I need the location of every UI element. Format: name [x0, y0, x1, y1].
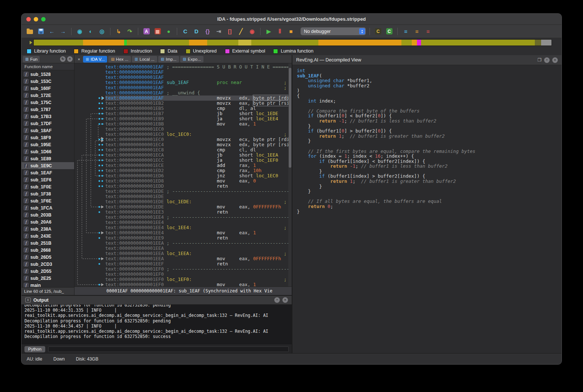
open-hex-view-icon[interactable]: ◐ — [86, 27, 95, 36]
disasm-line[interactable]: text:0000000000001EC0 — [105, 127, 288, 132]
navband-track[interactable] — [33, 39, 552, 46]
disasm-line[interactable]: text:0000000000001EB5 cmp dl, al — [105, 106, 288, 111]
disasm-line[interactable]: text:0000000000001EC8 cmp cl, dl — [105, 147, 288, 153]
open-structures-icon[interactable]: ◎ — [97, 27, 106, 36]
disasm-line[interactable]: text:0000000000001EAF movzx edx, byte pt… — [105, 96, 288, 101]
disasm-line[interactable]: text:0000000000001EE4 — [105, 220, 288, 225]
panel-close-icon[interactable]: × — [67, 56, 73, 62]
function-list-item[interactable]: fsub_2668 — [21, 247, 74, 254]
function-list-item[interactable]: fsub_1FCA — [21, 204, 74, 211]
function-list-item[interactable]: fsub_1D66 — [21, 148, 74, 155]
function-list-item[interactable]: fsub_160F — [21, 85, 74, 92]
function-list-item[interactable]: fsub_195E — [21, 141, 74, 148]
breakpoint-icon[interactable]: ◉ — [248, 27, 256, 36]
disasm-line[interactable]: text:0000000000001EDE — [105, 194, 288, 199]
function-list-item[interactable]: fsub_1E89 — [21, 155, 74, 162]
disasm-line[interactable]: text:0000000000001EE4 loc_1EE4: ; COD — [105, 225, 288, 230]
names-window-icon[interactable]: ≡ — [413, 27, 421, 36]
jump-to-address-icon[interactable]: ↳ — [114, 27, 123, 36]
braces-icon[interactable]: {} — [203, 27, 212, 36]
close-view-icon[interactable]: × — [76, 57, 82, 61]
function-list-item[interactable]: fsub_2D55 — [21, 268, 74, 275]
function-list-item[interactable]: fsub_1F0E — [21, 183, 74, 190]
disasm-line[interactable]: text:0000000000001EEA mov eax, 0FFFFFFFF… — [105, 256, 288, 261]
disasm-line[interactable]: text:0000000000001EF0 — [105, 272, 288, 277]
disasm-line[interactable]: text:0000000000001EF0 mov eax, 1 — [105, 282, 288, 287]
disasm-line[interactable]: text:0000000000001EEA loc_1EEA: ; COD — [105, 251, 288, 256]
functions-window-icon[interactable]: ≡ — [401, 27, 410, 36]
enums-icon[interactable]: ● — [164, 27, 173, 36]
disasm-line[interactable]: text:0000000000001EDE ; ----------------… — [105, 189, 288, 194]
disasm-line[interactable]: text:0000000000001ECA jb short loc_1EEA — [105, 153, 288, 158]
disasm-line[interactable]: text:0000000000001EB9 ja short loc_1EE4 — [105, 116, 288, 121]
function-list-item[interactable]: fsub_203B — [21, 211, 74, 218]
jump-back-icon[interactable]: ↷ — [125, 27, 134, 36]
function-list-item[interactable]: fsub_17DF — [21, 120, 74, 127]
disasm-line[interactable]: text:0000000000001EAF — [105, 70, 288, 75]
function-list-item[interactable]: fsub_238A — [21, 225, 74, 232]
pause-icon[interactable]: Ⅱ — [275, 27, 284, 36]
disasm-line[interactable]: text:0000000000001EF0 ; ----------------… — [105, 267, 288, 272]
disasm-line[interactable]: text:0000000000001EDE mov eax, 0FFFFFFFF… — [105, 204, 288, 210]
restore-panel-icon[interactable]: ❐ — [537, 57, 541, 63]
array-icon[interactable]: [] — [225, 27, 234, 36]
disasm-line[interactable]: text:0000000000001EEA — [105, 246, 288, 251]
rename-icon[interactable]: A — [142, 27, 151, 36]
function-list-item[interactable]: fsub_175C — [21, 99, 74, 106]
function-list-item[interactable]: fsub_153C — [21, 78, 74, 85]
function-list-item[interactable]: fsub_1787 — [21, 106, 74, 113]
disasm-line[interactable]: text:0000000000001EAF ; __unwind { — [105, 90, 288, 96]
make-code-icon[interactable]: C — [181, 27, 190, 36]
ida-view-a[interactable]: text:0000000000001EAF ; =============== … — [74, 63, 292, 287]
output-close-icon[interactable]: × — [282, 297, 288, 303]
debugger-select[interactable]: No debugger▲▼ — [301, 27, 366, 35]
disasm-line[interactable]: text:0000000000001EE4 ; ----------------… — [105, 215, 288, 220]
decompiled-code[interactable]: intsub_1EAF( unsigned char *buffer1, uns… — [292, 65, 562, 353]
disasm-line[interactable]: text:0000000000001EAF sub_1EAF proc near… — [105, 80, 288, 85]
function-list-item[interactable]: fsub_2E25 — [21, 275, 74, 282]
disasm-line[interactable]: text:0000000000001ED8 mov eax, 0 — [105, 178, 288, 184]
tab-hex-view[interactable]: ▤Hex ... — [108, 56, 131, 63]
disasm-line[interactable]: text:0000000000001EE4 mov eax, 1 — [105, 230, 288, 235]
function-list-item[interactable]: fsub_1EAF — [21, 169, 74, 176]
disasm-line[interactable]: text:0000000000001EF0 loc_1EF0: ; COD — [105, 277, 288, 282]
disasm-scrollbar[interactable] — [288, 63, 292, 287]
output-dock-icon[interactable]: • — [274, 297, 280, 303]
patch-icon[interactable]: ⇥ — [214, 27, 223, 36]
disassembly-listing[interactable]: text:0000000000001EAF ; =============== … — [105, 64, 288, 287]
function-list-item[interactable]: fmain — [21, 282, 74, 287]
structs-icon[interactable]: ▦ — [153, 27, 162, 36]
function-list-item[interactable]: fsub_1EF6 — [21, 176, 74, 183]
disasm-line[interactable]: text:0000000000001EAF ; sub — [105, 85, 288, 90]
disasm-line[interactable]: text:0000000000001EEF retn — [105, 261, 288, 267]
disasm-line[interactable]: text:0000000000001ED2 cmp rax, 10h — [105, 168, 288, 173]
disasm-line[interactable]: text:0000000000001EDD retn — [105, 184, 288, 189]
disasm-line[interactable]: text:0000000000001ED6 jnz short loc_1EC0 — [105, 173, 288, 178]
function-list-item[interactable]: fsub_1F38 — [21, 190, 74, 197]
dock-panel-icon[interactable]: • — [544, 57, 550, 63]
function-list-item[interactable]: fsub_1528 — [21, 71, 74, 78]
function-list-item[interactable]: fsub_243E — [21, 232, 74, 239]
disasm-line[interactable]: text:0000000000001EE9 retn — [105, 235, 288, 241]
function-list-item[interactable]: fsub_1F6E — [21, 197, 74, 204]
navigation-band[interactable] — [21, 38, 562, 47]
function-list-item[interactable]: fsub_251B — [21, 239, 74, 247]
panel-refresh-icon[interactable]: ↻ — [60, 56, 66, 62]
save-database-icon[interactable] — [36, 27, 45, 36]
disasm-line[interactable]: text:0000000000001ECE add rax, 1 — [105, 163, 288, 168]
function-list-item[interactable]: fsub_18F9 — [21, 134, 74, 141]
function-list-item[interactable]: fsub_20A6 — [21, 218, 74, 225]
segments-window-icon[interactable]: ≡ — [424, 27, 433, 36]
disasm-line[interactable]: text:0000000000001EE3 retn — [105, 210, 288, 215]
make-data-icon[interactable]: D — [192, 27, 201, 36]
minimize-window-button[interactable] — [34, 17, 38, 21]
tab-imports[interactable]: ▧Imp... — [158, 56, 179, 63]
function-list-item[interactable]: fsub_2CD3 — [21, 261, 74, 268]
c-source-icon[interactable]: C — [374, 27, 382, 36]
disasm-scrollbar-thumb[interactable] — [289, 68, 291, 168]
disasm-line[interactable]: text:0000000000001EDE loc_1EDE: ; COD — [105, 199, 288, 204]
disasm-line[interactable]: text:0000000000001EC0 movzx ecx, byte pt… — [105, 137, 288, 142]
python-button[interactable]: Python — [24, 346, 45, 352]
disasm-line[interactable]: text:0000000000001EC0 loc_1EC0: ; COD — [105, 132, 288, 137]
disasm-line[interactable]: text:0000000000001ECC ja short loc_1EF0 — [105, 158, 288, 163]
